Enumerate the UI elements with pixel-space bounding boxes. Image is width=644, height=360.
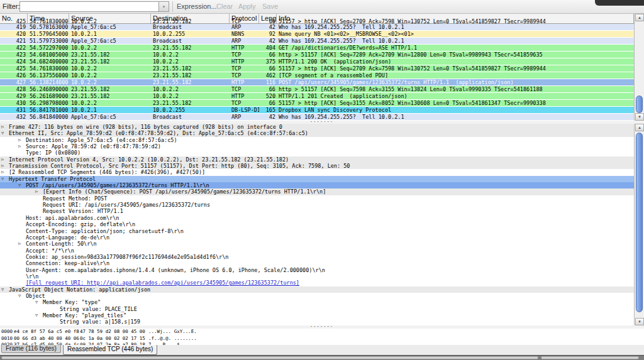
- expand-icon[interactable]: ▷: [1, 124, 4, 130]
- packet-row-422[interactable]: 42254.57229700010.0.2.223.21.55.182HTTP4…: [0, 45, 634, 52]
- packet-list-scrollbar[interactable]: ▲ ▼: [634, 14, 644, 121]
- cell-no: 419: [0, 24, 28, 30]
- collapse-icon[interactable]: ▽: [35, 312, 38, 319]
- packet-row-421[interactable]: 42151.579733000Apple_57:6a:c5BroadcastAR…: [0, 38, 634, 45]
- detail-row[interactable]: Host: api.apalabrados.com\r\n: [0, 215, 634, 221]
- detail-row[interactable]: Request Version: HTTP/1.1: [0, 208, 634, 214]
- collapse-icon[interactable]: ▽: [1, 130, 4, 136]
- scrollbar-thumb[interactable]: [636, 95, 643, 113]
- packet-row-427[interactable]: 42756.13821400010.0.2.223.21.55.182HTTP1…: [0, 79, 634, 86]
- save-button[interactable]: Save: [262, 3, 278, 10]
- detail-text: Object: [0, 293, 45, 299]
- detail-row[interactable]: ▽Member Key: "played_tiles": [0, 312, 634, 319]
- detail-row[interactable]: Accept-Encoding: gzip, deflate\r\n: [0, 221, 634, 227]
- detail-row[interactable]: Request Method: POST: [0, 195, 634, 202]
- detail-row[interactable]: ▷[Expert Info (Chat/Sequence): POST /api…: [0, 188, 634, 195]
- detail-row[interactable]: ▷Internet Protocol Version 4, Src: 10.0.…: [0, 156, 634, 163]
- apply-button[interactable]: Apply: [238, 3, 256, 10]
- detail-row[interactable]: ▽Hypertext Transfer Protocol: [0, 176, 634, 182]
- tab-frame[interactable]: Frame (116 bytes): [1, 345, 61, 353]
- detail-row[interactable]: ▷Transmission Control Protocol, Src Port…: [0, 163, 634, 169]
- detail-row[interactable]: ▷Destination: Apple_57:6a:c5 (e4:ce:8f:5…: [0, 137, 634, 143]
- expand-icon[interactable]: ▷: [1, 163, 4, 169]
- detail-row[interactable]: Accept: */*\r\n: [0, 248, 634, 254]
- detail-row[interactable]: Accept-Language: de-de\r\n: [0, 234, 634, 241]
- packet-row-429[interactable]: 42956.26168900023.21.55.18210.0.2.2HTTP5…: [0, 93, 634, 100]
- detail-row[interactable]: ▷Source: Apple_78:59:d2 (e0:f8:47:78:59:…: [0, 143, 634, 150]
- cell-protocol: DB-LSP-DI: [230, 107, 259, 113]
- details-rows: ▷Frame 427: 116 bytes on wire (928 bits)…: [0, 124, 634, 325]
- cell-source: 10.0.2.2: [69, 100, 151, 106]
- detail-row[interactable]: Content-Type: application/json; charset=…: [0, 228, 634, 234]
- clear-button[interactable]: Clear: [216, 3, 233, 10]
- detail-row[interactable]: Cookie: ap_session=98d33a1779087f96f2c11…: [0, 254, 634, 260]
- detail-row[interactable]: \r\n: [0, 273, 634, 280]
- scrollbar-thumb[interactable]: [636, 133, 643, 312]
- cell-source: 10.0.2.1: [69, 107, 151, 113]
- collapse-icon[interactable]: ▽: [18, 293, 21, 299]
- cell-length: 404: [259, 45, 277, 51]
- packet-row-431[interactable]: 43156.84178100010.0.2.110.0.2.255DB-LSP-…: [0, 107, 634, 114]
- collapse-icon[interactable]: ▽: [1, 286, 4, 293]
- packet-row-420[interactable]: 42051.57964500010.0.2.110.0.2.255NBNS92N…: [0, 31, 634, 38]
- cell-length: 116: [259, 79, 277, 85]
- detail-text: Host: api.apalabrados.com\r\n: [0, 215, 119, 221]
- expand-icon[interactable]: ▷: [1, 169, 4, 175]
- scrollbar-thumb[interactable]: [541, 356, 639, 359]
- detail-row[interactable]: ▷Content-Length: 50\r\n: [0, 241, 634, 247]
- expand-icon[interactable]: ▷: [1, 156, 4, 163]
- detail-row[interactable]: Request URI: /api/users/345905/games/123…: [0, 202, 634, 208]
- detail-row[interactable]: ▷Frame 427: 116 bytes on wire (928 bits)…: [0, 124, 634, 130]
- collapse-icon[interactable]: ▽: [35, 299, 38, 305]
- scroll-down-icon[interactable]: ▼: [635, 318, 644, 325]
- detail-row[interactable]: [Full request URI: http://api.apalabrado…: [0, 280, 634, 286]
- ghost-cell-destination: 23.21.55.182: [151, 18, 230, 24]
- cell-protocol: TCP: [230, 52, 259, 58]
- detail-row[interactable]: Connection: keep-alive\r\n: [0, 260, 634, 266]
- scroll-down-icon[interactable]: ▼: [635, 113, 644, 121]
- detail-row[interactable]: ▽Object: [0, 293, 634, 299]
- details-pane: ▷Frame 427: 116 bytes on wire (928 bits)…: [0, 124, 634, 325]
- packet-row-428[interactable]: 42856.24689000023.21.55.18210.0.2.2TCP66…: [0, 86, 634, 93]
- detail-row[interactable]: Type: IP (0x0800): [0, 150, 634, 156]
- expand-icon[interactable]: ▷: [18, 241, 21, 247]
- tab-reassembled-tcp[interactable]: Reassembled TCP (446 bytes): [63, 345, 157, 355]
- detail-text: Request Method: POST: [0, 195, 107, 202]
- expand-icon[interactable]: ▷: [18, 143, 21, 150]
- cell-no: 421: [0, 38, 28, 44]
- detail-row[interactable]: ▽Member Key: "type": [0, 299, 634, 305]
- detail-text: Member Key: "type": [0, 299, 101, 305]
- cell-protocol: HTTP: [230, 45, 259, 51]
- detail-text: Type: IP (0x0800): [0, 150, 80, 156]
- detail-row[interactable]: String value: PLACE_TILE: [0, 306, 634, 312]
- packet-row-419[interactable]: 41950.578163000Apple_57:6a:c5BroadcastAR…: [0, 24, 634, 31]
- cell-no: 424: [0, 58, 28, 65]
- filter-input[interactable]: [19, 1, 159, 12]
- packet-list-header[interactable]: 42554.76183000010.0.2.223.21.55.182TCP66…: [0, 14, 634, 24]
- scrollbar-thumb[interactable]: [1, 356, 538, 359]
- hex-row[interactable]: 0000e4 ce 8f 57 6a c5 e0 f847 78 59 d2 0…: [0, 329, 644, 335]
- details-scrollbar[interactable]: ▲ ▼: [634, 124, 644, 325]
- cell-protocol: ARP: [230, 38, 259, 44]
- filter-dropdown-button[interactable]: ▼: [159, 1, 169, 12]
- expand-icon[interactable]: ▷: [35, 188, 38, 195]
- detail-row[interactable]: ▽Ethernet II, Src: Apple_78:59:d2 (e0:f8…: [0, 130, 634, 136]
- expression-button[interactable]: Expression...: [177, 3, 217, 10]
- collapse-icon[interactable]: ▽: [1, 176, 4, 182]
- hex-row[interactable]: 001000 66 d3 ab 40 00 40 060c 1a 0a 00 0…: [0, 335, 644, 342]
- packet-row-426[interactable]: 42656.13755600010.0.2.223.21.55.182TCP46…: [0, 72, 634, 79]
- detail-row[interactable]: User-Agent: com.apalabrados.iphone/1.4.4…: [0, 267, 634, 273]
- packet-row-424[interactable]: 42454.68240000023.21.55.18210.0.2.2HTTP3…: [0, 58, 634, 65]
- packet-row-425[interactable]: 42554.76183000010.0.2.223.21.55.182TCP66…: [0, 65, 634, 72]
- packet-row-430[interactable]: 43056.29879800010.0.2.223.21.55.182TCP66…: [0, 100, 634, 107]
- horizontal-scrollbar[interactable]: [0, 355, 644, 360]
- detail-row[interactable]: ▽JavaScript Object Notation: application…: [0, 286, 634, 293]
- detail-row[interactable]: ▷[2 Reassembled TCP Segments (446 bytes)…: [0, 169, 634, 175]
- collapse-icon[interactable]: ▽: [18, 182, 21, 188]
- cell-no: 427: [0, 79, 28, 85]
- scroll-up-icon[interactable]: ▲: [635, 124, 644, 131]
- expand-icon[interactable]: ▷: [18, 137, 21, 143]
- scroll-up-icon[interactable]: ▲: [635, 14, 644, 21]
- detail-row[interactable]: ▽POST /api/users/345905/games/123635372/…: [0, 182, 634, 188]
- packet-row-423[interactable]: 42354.68100500023.21.55.18210.0.2.2TCP66…: [0, 52, 634, 58]
